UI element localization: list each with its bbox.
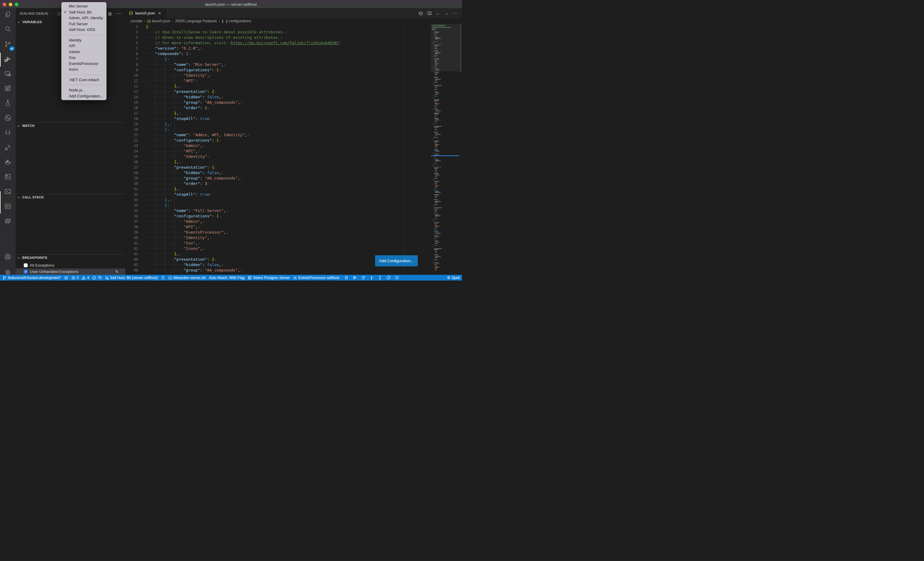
code-line[interactable]: 3····//·Hover·to·view·descriptions·of·ex…: [126, 35, 462, 40]
status-item-solution[interactable]: bitwarden-server.sln: [168, 276, 206, 280]
code-line[interactable]: 16················"order":·1↓: [126, 105, 462, 111]
line-number[interactable]: 24: [126, 148, 141, 154]
line-number[interactable]: 28: [126, 170, 141, 176]
line-number[interactable]: 12: [126, 84, 141, 89]
line-number[interactable]: 29: [126, 176, 141, 181]
breadcrumb-item[interactable]: {} launch.json: [147, 19, 170, 23]
line-number[interactable]: 6: [126, 51, 141, 57]
code-line[interactable]: 4····//·For·more·information,·visit:·htt…: [126, 40, 462, 46]
code-line[interactable]: 36············"configurations":·[↓: [126, 214, 462, 219]
checkbox-unchecked[interactable]: [24, 263, 28, 267]
menu-item-self-host-oss[interactable]: Self Host: OSS: [62, 27, 106, 33]
line-number[interactable]: 17: [126, 111, 141, 116]
activity-item-explorer[interactable]: [0, 8, 16, 22]
code-line[interactable]: 31············},↓: [126, 186, 462, 192]
timeline-icon[interactable]: [418, 11, 423, 16]
code-line[interactable]: 39················"EventsProcessor",↓: [126, 230, 462, 235]
step-into-icon[interactable]: [369, 275, 374, 280]
activity-item-live-share[interactable]: [0, 141, 16, 155]
activity-item-git-graph[interactable]: [0, 111, 16, 126]
code-line[interactable]: 10················"Identity",↓: [126, 73, 462, 78]
stop-icon[interactable]: [394, 275, 399, 280]
section-watch[interactable]: WATCH: [16, 123, 125, 129]
menu-item-eventsprocessor[interactable]: EventsProcessor: [62, 61, 106, 67]
activity-item-storage[interactable]: [0, 170, 16, 185]
code-line[interactable]: 42················"Icons",↓: [126, 246, 462, 251]
line-number[interactable]: 46: [126, 268, 141, 273]
menu-item-api[interactable]: API: [62, 43, 106, 49]
line-number[interactable]: 13: [126, 89, 141, 94]
status-item-flame[interactable]: [161, 276, 165, 280]
restart-icon[interactable]: [386, 275, 391, 280]
step-out-icon[interactable]: [378, 275, 382, 280]
minimap-slider[interactable]: [431, 24, 459, 71]
code-line[interactable]: 22············"configurations":·[↓: [126, 138, 462, 143]
line-number[interactable]: 30: [126, 181, 141, 186]
code-line[interactable]: 25················"Identity"↓: [126, 154, 462, 159]
activity-item-source-control[interactable]: 47: [0, 37, 16, 52]
activity-item-run-and-debug[interactable]: [0, 52, 16, 67]
code-line[interactable]: 35············"name":·"Full·Server",↓: [126, 208, 462, 214]
code-line[interactable]: 46················"group":·"AA_compounds…: [126, 268, 462, 273]
line-number[interactable]: 44: [126, 257, 141, 262]
line-number[interactable]: 4: [126, 40, 141, 46]
code-line[interactable]: 17············},↓: [126, 111, 462, 116]
close-icon[interactable]: ×: [158, 10, 161, 16]
line-number[interactable]: 38: [126, 224, 141, 230]
code-line[interactable]: 18············"stopAll":·true↓: [126, 116, 462, 121]
line-number[interactable]: 11: [126, 78, 141, 84]
breakpoint-user-unhandled-exceptions[interactable]: ✓ User-Unhandled Exceptions ✎: [16, 268, 125, 275]
line-number[interactable]: 34: [126, 203, 141, 208]
menu-item-node-js[interactable]: Node.js...: [62, 87, 106, 93]
minimap[interactable]: [431, 24, 459, 275]
more-actions-icon[interactable]: ⋯: [453, 11, 457, 15]
activity-item-accounts[interactable]: [0, 250, 16, 265]
code-line[interactable]: 32············"stopAll":·true↓: [126, 192, 462, 197]
line-number[interactable]: 25: [126, 154, 141, 159]
tab-launch-json[interactable]: {} launch.json ×: [126, 8, 166, 18]
line-number[interactable]: 31: [126, 186, 141, 192]
line-number[interactable]: 45: [126, 262, 141, 268]
code-line[interactable]: 21············"name":·"Admin,·API,·Ident…: [126, 132, 462, 138]
line-number[interactable]: 27: [126, 165, 141, 170]
code-line[interactable]: 6····"compounds":·[↓: [126, 51, 462, 57]
breakpoint-all-exceptions[interactable]: All Exceptions: [16, 262, 125, 268]
line-number[interactable]: 36: [126, 214, 141, 219]
line-number[interactable]: 21: [126, 132, 141, 138]
close-window-button[interactable]: [3, 3, 6, 6]
menu-item-icons[interactable]: Icons: [62, 66, 106, 72]
line-number[interactable]: 23: [126, 143, 141, 148]
line-number[interactable]: 1: [126, 24, 141, 30]
line-number[interactable]: 20: [126, 127, 141, 132]
code-line[interactable]: 15················"group":·"AA_compounds…: [126, 100, 462, 105]
section-breakpoints[interactable]: BREAKPOINTS: [16, 255, 125, 261]
menu-item-admin-api-identity[interactable]: Admin, API, Identity: [62, 15, 106, 21]
menu-item-add-configuration[interactable]: Add Configuration...: [62, 93, 106, 99]
status-item-publish[interactable]: [64, 276, 68, 280]
line-number[interactable]: 9: [126, 67, 141, 73]
code-line[interactable]: 34········{↓: [126, 203, 462, 208]
line-number[interactable]: 16: [126, 105, 141, 111]
activity-item-copilot[interactable]: [0, 126, 16, 141]
status-item-debug-configuration[interactable]: Self Host: Bit (server-selfhost): [105, 276, 158, 280]
code-line[interactable]: 1{↓: [126, 24, 462, 30]
line-number[interactable]: 43: [126, 251, 141, 257]
minimize-window-button[interactable]: [9, 3, 12, 6]
line-number[interactable]: 22: [126, 138, 141, 143]
line-number[interactable]: 18: [126, 116, 141, 121]
code-line[interactable]: 33········},↓: [126, 197, 462, 203]
code-editor[interactable]: 1{↓2····//·Use·IntelliSense·to·learn·abo…: [126, 24, 462, 275]
continue-icon[interactable]: [352, 275, 357, 280]
status-item-spell-checker[interactable]: ⚙Spell: [447, 276, 460, 280]
code-line[interactable]: 2····//·Use·IntelliSense·to·learn·about·…: [126, 30, 462, 35]
menu-item-identity[interactable]: Identity: [62, 37, 106, 43]
status-item-warnings[interactable]: 4: [81, 276, 89, 280]
line-number[interactable]: 26: [126, 159, 141, 165]
code-line[interactable]: 30················"order":·3↓: [126, 181, 462, 186]
line-number[interactable]: 2: [126, 30, 141, 35]
status-item-events-processor[interactable]: EventsProcessor-selfhost: [293, 276, 339, 280]
menu-item-net-core-attach[interactable]: .NET Core Attach: [62, 77, 106, 83]
activity-item-remote-explorer[interactable]: [0, 67, 16, 81]
code-line[interactable]: 28················"hidden":·false,↓: [126, 170, 462, 176]
step-over-icon[interactable]: [361, 275, 366, 280]
